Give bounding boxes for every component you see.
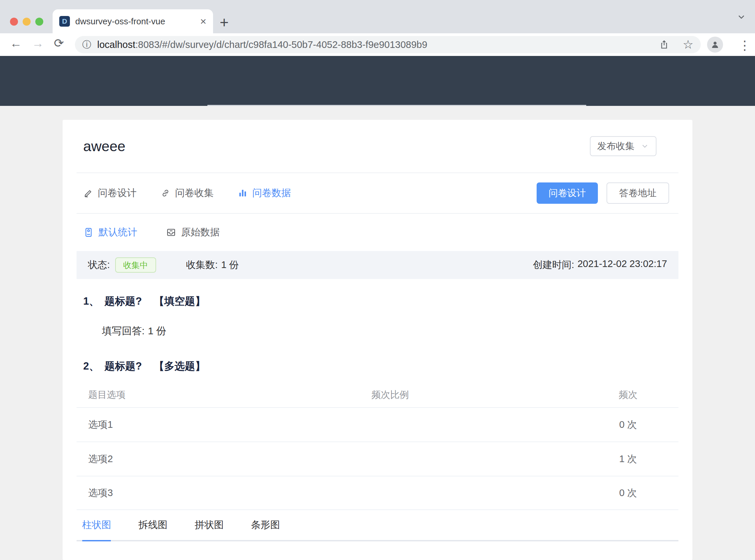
question-type: 【多选题】 [154, 359, 205, 373]
chart-tab-2[interactable]: 拆线图 [139, 518, 167, 532]
question-number: 2、 [83, 359, 99, 373]
chart-tab-1[interactable]: 柱状图 [82, 518, 111, 532]
option-frequency-table: 题目选项 频次比例 频次 选项10.00%0 次选项2100.00%1 次选项3… [77, 383, 678, 510]
created-time-value: 2021-12-02 23:02:17 [577, 258, 667, 272]
question-2-title: 2、 题标题? 【多选题】 [83, 359, 678, 373]
status-label: 状态: [88, 258, 110, 272]
close-window-button[interactable] [10, 18, 18, 26]
survey-tab-label: 问卷数据 [252, 186, 291, 200]
share-icon[interactable] [659, 39, 670, 50]
option-cell: 选项2 [77, 453, 371, 466]
stats-subtab-label: 默认统计 [99, 226, 137, 239]
url-path: :8083/#/dw/survey/d/chart/c98fa140-50b7-… [135, 39, 427, 50]
bar-chart-icon [238, 188, 248, 198]
stats-subtab-label: 原始数据 [181, 226, 220, 239]
app-header: DIAOWEN 调问 OSS 我的问卷个人中心用户管理 service@diao… [0, 56, 755, 106]
browser-menu-icon[interactable]: ⋮ [738, 38, 751, 53]
chart-tabs-active-underline [82, 540, 111, 541]
count-cell: 0 次 [577, 418, 678, 432]
question-1-answer: 填写回答: 1 份 [102, 324, 678, 338]
bookmark-star-icon[interactable]: ☆ [683, 38, 693, 52]
site-info-icon[interactable]: ⓘ [82, 39, 91, 51]
tab-close-icon[interactable]: × [200, 16, 206, 27]
question-text: 题标题? [104, 359, 142, 373]
option-label: 选项2 [88, 454, 113, 464]
survey-tab-label: 问卷设计 [98, 186, 137, 200]
question-type: 【填空题】 [154, 294, 205, 308]
forward-icon[interactable]: → [32, 37, 44, 49]
answer-label: 填写回答: [102, 324, 144, 338]
question-1-title: 1、 题标题? 【填空题】 [83, 294, 678, 308]
survey-tab-1[interactable]: 问卷设计 [83, 186, 137, 200]
header-frequency-ratio: 频次比例 [371, 388, 577, 401]
question-number: 1、 [83, 294, 99, 308]
option-label: 选项3 [88, 487, 113, 498]
table-row: 选项30.00%0 次 [77, 476, 678, 510]
survey-title-row: aweee 发布收集 [77, 120, 678, 173]
minimize-window-button[interactable] [23, 18, 30, 26]
page-background: aweee 发布收集 问卷设计问卷收集问卷数据 问卷设计 答卷地址 默认统计原始… [0, 106, 755, 560]
collect-count-label: 收集数: [186, 258, 218, 272]
browser-profile-avatar[interactable] [707, 37, 723, 53]
status-strip: 状态: 收集中 收集数: 1 份 创建时间: 2021-12-02 23:02:… [77, 251, 678, 279]
survey-tab-2[interactable]: 问卷收集 [160, 186, 214, 200]
design-button[interactable]: 问卷设计 [537, 182, 598, 204]
answer-value: 1 份 [148, 324, 166, 338]
table-row: 选项10.00%0 次 [77, 407, 678, 441]
browser-toolbar: ← → ⟳ ⓘ localhost:8083/#/dw/survey/d/cha… [0, 33, 755, 56]
option-cell: 选项1 [77, 418, 371, 432]
table-row: 选项2100.00%1 次 [77, 441, 678, 476]
reload-icon[interactable]: ⟳ [54, 37, 64, 49]
url-text: localhost:8083/#/dw/survey/d/chart/c98fa… [97, 39, 427, 50]
select-chevron-down-icon [640, 142, 649, 151]
count-cell: 1 次 [577, 453, 678, 466]
tab-title: dwsurvey-oss-front-vue [75, 16, 197, 27]
tag-icon [83, 227, 94, 238]
option-cell: 选项3 [77, 486, 371, 500]
created-time-label: 创建时间: [533, 258, 574, 272]
chart-tabs-row: 柱状图拆线图拼状图条形图 [77, 515, 678, 535]
survey-title: aweee [83, 138, 125, 155]
back-icon[interactable]: ← [10, 37, 22, 49]
stats-subtab-2[interactable]: 原始数据 [166, 226, 220, 239]
status-badge: 收集中 [115, 257, 156, 273]
zoom-window-button[interactable] [35, 18, 43, 26]
browser-tab[interactable]: D dwsurvey-oss-front-vue × [53, 9, 213, 33]
count-value: 0 次 [619, 419, 637, 430]
option-label: 选项1 [88, 419, 113, 430]
question-2: 2、 题标题? 【多选题】 [83, 359, 678, 373]
chart-type-tabs: 柱状图拆线图拼状图条形图 [77, 515, 678, 541]
count-value: 0 次 [619, 487, 637, 498]
survey-tab-label: 问卷收集 [175, 186, 214, 200]
header-option: 题目选项 [77, 388, 371, 401]
created-time: 创建时间: 2021-12-02 23:02:17 [533, 258, 667, 272]
question-1: 1、 题标题? 【填空题】 填写回答: 1 份 [83, 294, 678, 338]
chart-tab-4[interactable]: 条形图 [251, 518, 280, 532]
url-host: localhost [97, 39, 135, 50]
count-cell: 0 次 [577, 486, 678, 500]
survey-tabs-row: 问卷设计问卷收集问卷数据 问卷设计 答卷地址 [77, 173, 678, 213]
stats-subtab-1[interactable]: 默认统计 [83, 226, 137, 239]
table-header-row: 题目选项 频次比例 频次 [77, 383, 678, 407]
survey-tab-3[interactable]: 问卷数据 [238, 186, 291, 200]
tab-overview-chevron-icon[interactable] [736, 12, 746, 22]
stats-subtabs-row: 默认统计原始数据 [77, 214, 678, 251]
archive-icon [166, 227, 177, 238]
collect-count-value: 1 份 [221, 258, 239, 272]
chart-tab-3[interactable]: 拼状图 [195, 518, 224, 532]
publish-collect-select[interactable]: 发布收集 [590, 136, 656, 156]
count-value: 1 次 [619, 454, 637, 464]
chart-tabs-track [77, 540, 678, 541]
edit-icon [83, 188, 93, 198]
header-frequency: 频次 [577, 388, 678, 401]
question-text: 题标题? [104, 294, 142, 308]
answer-address-button[interactable]: 答卷地址 [607, 182, 669, 204]
table-body: 选项10.00%0 次选项2100.00%1 次选项30.00%0 次 [77, 407, 678, 510]
link-icon [160, 188, 170, 198]
browser-tab-strip: D dwsurvey-oss-front-vue × + [0, 0, 755, 33]
survey-card: aweee 发布收集 问卷设计问卷收集问卷数据 问卷设计 答卷地址 默认统计原始… [63, 120, 692, 560]
new-tab-button[interactable]: + [220, 13, 229, 31]
publish-collect-value: 发布收集 [597, 140, 634, 153]
address-bar[interactable]: ⓘ localhost:8083/#/dw/survey/d/chart/c98… [75, 36, 701, 53]
favicon: D [59, 16, 70, 27]
